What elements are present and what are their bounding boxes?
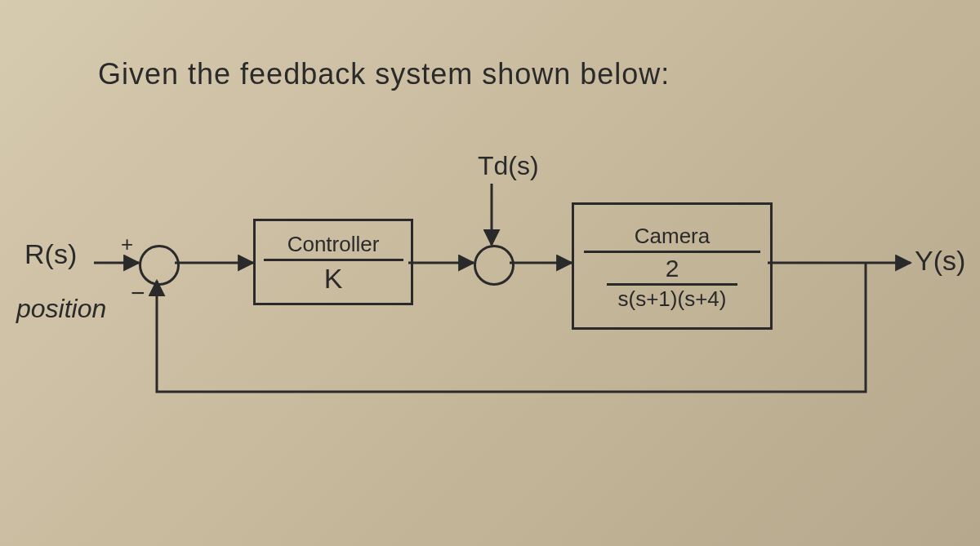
plant-tf-denominator: s(s+1)(s+4): [618, 287, 727, 311]
plant-tf-fraction-bar: [607, 283, 737, 286]
input-caption: position: [16, 294, 106, 324]
controller-divider: [264, 259, 403, 261]
plant-title: Camera: [635, 222, 710, 249]
controller-title: Controller: [287, 230, 380, 257]
output-signal-label: Y(s): [915, 245, 965, 277]
sum-junction-2: [474, 245, 514, 286]
plant-transfer-function: 2 s(s+1)(s+4): [607, 255, 737, 311]
input-signal-label: R(s): [24, 238, 77, 270]
controller-gain: K: [324, 263, 343, 295]
controller-block: Controller K: [253, 219, 413, 305]
title-text: Given the feedback system shown below:: [98, 57, 670, 91]
plant-divider: [584, 251, 760, 253]
plant-tf-numerator: 2: [666, 255, 679, 282]
disturbance-label: Td(s): [478, 151, 539, 181]
sum-junction-1: [139, 245, 180, 286]
diagram-canvas: Given the feedback system shown below: R…: [0, 0, 980, 546]
sum1-plus-sign: +: [121, 232, 133, 257]
plant-block: Camera 2 s(s+1)(s+4): [572, 202, 773, 330]
sum1-minus-sign: −: [131, 279, 145, 307]
